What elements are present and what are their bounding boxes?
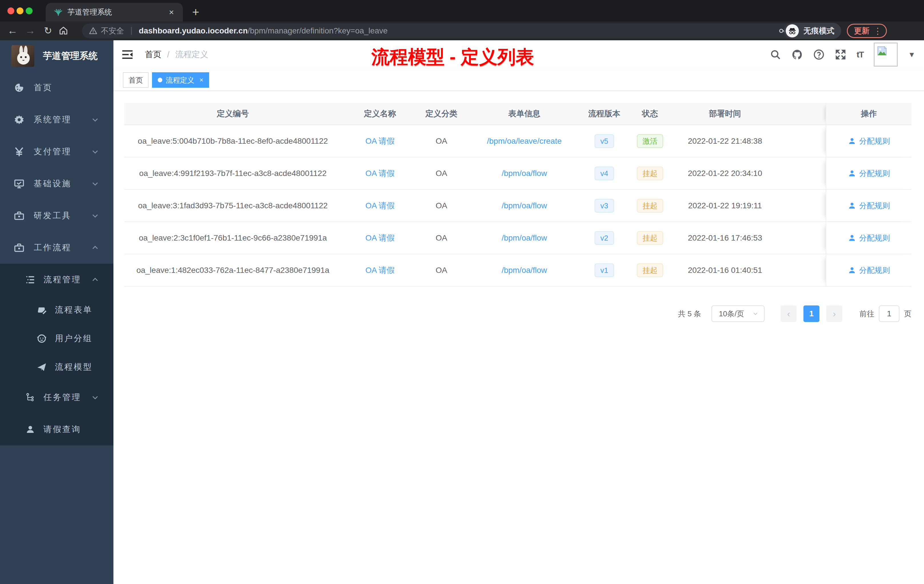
tag-label: 首页: [129, 76, 143, 85]
assign-rule-label: 分配规则: [859, 201, 890, 211]
tag-close-icon[interactable]: ×: [200, 76, 203, 84]
sidebar-item-system[interactable]: 系统管理: [0, 104, 114, 136]
column-header: 定义名称: [342, 103, 419, 125]
user-icon: [848, 266, 856, 275]
window-minimize-button[interactable]: [16, 7, 23, 14]
form-link[interactable]: /bpm/oa/flow: [502, 201, 547, 210]
font-size-icon[interactable]: tT: [856, 50, 863, 59]
pagination-page-1[interactable]: 1: [804, 305, 819, 322]
assign-rule-button[interactable]: 分配规则: [848, 136, 890, 146]
assign-rule-button[interactable]: 分配规则: [848, 168, 890, 178]
user-icon: [25, 424, 35, 435]
tab-close-icon[interactable]: ×: [166, 7, 177, 17]
new-tab-button[interactable]: +: [188, 5, 203, 20]
sidebar-item-leave-query[interactable]: 请假查询: [0, 413, 114, 445]
user-icon: [848, 201, 856, 210]
avatar-caret-down-icon[interactable]: ▼: [908, 50, 916, 59]
sidebar-item-label: 流程模型: [55, 361, 92, 373]
sidebar-logo-row[interactable]: 芋道管理系统: [0, 40, 114, 72]
cell-deploy-time: 2022-01-16 01:40:51: [676, 254, 774, 286]
tag-home[interactable]: 首页: [123, 72, 148, 88]
status-badge: 挂起: [637, 231, 663, 245]
browser-menu-dots-icon[interactable]: ⋮: [873, 26, 882, 36]
github-icon[interactable]: [792, 49, 803, 60]
assign-rule-button[interactable]: 分配规则: [848, 233, 890, 243]
sidebar-item-process-management[interactable]: 流程管理: [0, 264, 114, 296]
column-header-filler: [774, 103, 826, 125]
pagination-prev-button[interactable]: ‹: [780, 305, 797, 322]
browser-back-button[interactable]: ←: [5, 21, 21, 40]
sidebar-item-label: 流程管理: [43, 274, 81, 285]
pagination-goto-input[interactable]: [879, 305, 899, 322]
sidebar-item-home[interactable]: 首页: [0, 72, 114, 104]
table-row: oa_leave:5:004b710b-7b8a-11ec-8ef0-acde4…: [124, 125, 911, 157]
browser-update-button[interactable]: 更新 ⋮: [847, 24, 887, 38]
search-icon[interactable]: [770, 49, 781, 60]
logo-rabbit-image: [12, 45, 34, 67]
sidebar-item-process-form[interactable]: 流程表单: [0, 296, 114, 324]
url-host[interactable]: dashboard.yudao.iocoder.cn: [139, 26, 248, 35]
status-badge: 激活: [637, 134, 663, 148]
status-badge: 挂起: [637, 167, 663, 180]
cell-definition-id: oa_leave:1:482ec033-762a-11ec-8477-a2380…: [124, 254, 342, 286]
fullscreen-icon[interactable]: [835, 49, 846, 60]
browser-tab[interactable]: 芋道管理系统 ×: [46, 3, 183, 21]
chevron-down-icon: [91, 393, 99, 401]
home-icon: [58, 25, 69, 36]
incognito-avatar: [786, 24, 799, 38]
sidebar-item-label: 任务管理: [43, 392, 81, 403]
pagination-next-button[interactable]: ›: [826, 305, 842, 322]
definition-name-link[interactable]: OA 请假: [365, 233, 395, 243]
table-row: oa_leave:3:1fad3d93-7b75-11ec-a3c8-acde4…: [124, 190, 911, 222]
definition-name-link[interactable]: OA 请假: [365, 265, 395, 276]
browser-home-button[interactable]: [58, 21, 74, 40]
cell-definition-id: oa_leave:2:3c1f0ef1-76b1-11ec-9c66-a2380…: [124, 222, 342, 254]
definition-name-link[interactable]: OA 请假: [365, 136, 395, 147]
column-header-actions: 操作: [826, 103, 911, 125]
browser-tab-strip: 芋道管理系统 × +: [0, 0, 924, 21]
help-icon[interactable]: [813, 49, 825, 60]
cell-category: OA: [419, 125, 464, 157]
sidebar-item-process-model[interactable]: 流程模型: [0, 353, 114, 381]
chevron-up-icon: [91, 276, 99, 284]
window-close-button[interactable]: [7, 7, 14, 14]
page-size-select[interactable]: 10条/页: [711, 305, 765, 322]
definition-table: 定义编号 定义名称 定义分类 表单信息 流程版本 状态 部署时间 操作 oa_l…: [124, 103, 911, 287]
tag-process-definition[interactable]: 流程定义 ×: [152, 72, 209, 88]
address-bar[interactable]: 不安全 | dashboard.yudao.iocoder.cn/bpm/man…: [82, 23, 813, 38]
definition-name-link[interactable]: OA 请假: [365, 200, 395, 211]
sidebar-item-task-management[interactable]: 任务管理: [0, 381, 114, 413]
sidebar-item-label: 首页: [34, 82, 53, 93]
column-header: 定义分类: [419, 103, 464, 125]
table-row: oa_leave:4:991f2193-7b7f-11ec-a3c8-acde4…: [124, 157, 911, 190]
security-label[interactable]: 不安全: [101, 26, 124, 36]
form-link[interactable]: /bpm/oa/flow: [502, 169, 547, 178]
version-badge: v2: [594, 231, 614, 245]
update-label[interactable]: 更新: [854, 26, 870, 36]
url-path[interactable]: /bpm/manager/definition?key=oa_leave: [248, 26, 388, 35]
version-badge: v5: [594, 134, 614, 148]
sidebar-item-user-group[interactable]: 用户分组: [0, 324, 114, 353]
sidebar-item-workflow[interactable]: 工作流程: [0, 232, 114, 264]
browser-forward-button[interactable]: →: [22, 21, 38, 40]
cell-category: OA: [419, 190, 464, 221]
sidebar-collapse-icon[interactable]: [121, 49, 134, 60]
form-link[interactable]: /bpm/oa/flow: [502, 233, 547, 243]
table-row: oa_leave:1:482ec033-762a-11ec-8477-a2380…: [124, 254, 911, 287]
sidebar-item-dev-tools[interactable]: 研发工具: [0, 200, 114, 232]
assign-rule-button[interactable]: 分配规则: [848, 265, 890, 276]
column-header: 表单信息: [464, 103, 584, 125]
avatar[interactable]: [874, 43, 898, 66]
sidebar-item-payment[interactable]: 支付管理: [0, 136, 114, 168]
chevron-down-icon: [752, 310, 759, 317]
definition-name-link[interactable]: OA 请假: [365, 168, 395, 179]
main-content: 定义编号 定义名称 定义分类 表单信息 流程版本 状态 部署时间 操作 oa_l…: [114, 91, 924, 584]
assign-rule-button[interactable]: 分配规则: [848, 201, 890, 211]
form-link[interactable]: /bpm/oa/leave/create: [487, 137, 562, 146]
browser-reload-button[interactable]: ↻: [40, 21, 56, 40]
form-link[interactable]: /bpm/oa/flow: [502, 266, 547, 275]
window-maximize-button[interactable]: [26, 7, 33, 14]
breadcrumb-home[interactable]: 首页: [145, 49, 162, 60]
sidebar-item-infrastructure[interactable]: 基础设施: [0, 168, 114, 200]
assign-rule-label: 分配规则: [859, 168, 890, 178]
